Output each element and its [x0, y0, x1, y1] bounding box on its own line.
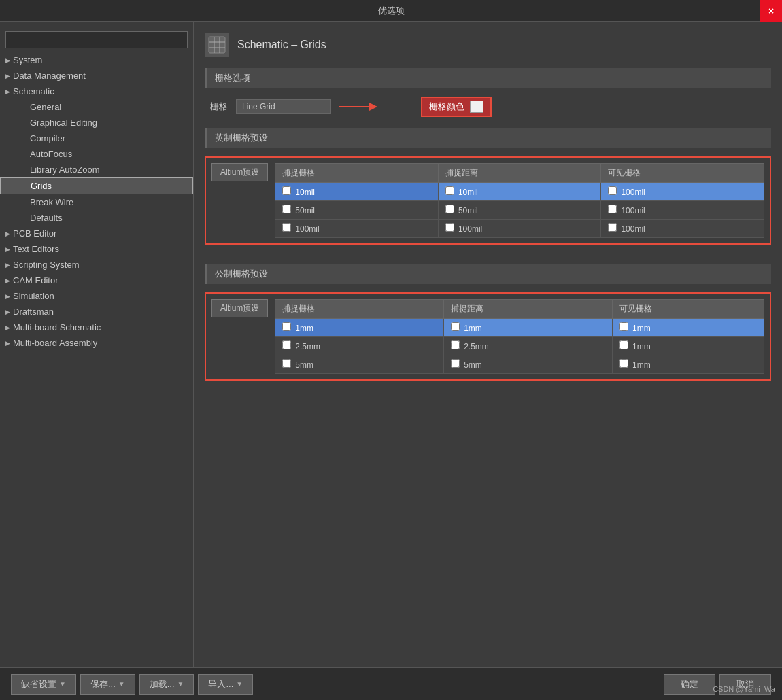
watermark: CSDN @Yami_Wa [713, 685, 775, 693]
metric-cell-2-visible: 1mm [632, 360, 651, 370]
sidebar-item-general[interactable]: General [0, 99, 193, 115]
bottom-bar: 缺省设置 ▼ 保存... ▼ 加载... ▼ 导入... ▼ 确定 取消 [0, 667, 782, 700]
sidebar-item-label-simulation: Simulation [13, 291, 54, 301]
sidebar-item-defaults[interactable]: Defaults [0, 210, 193, 226]
imperial-presets: Altium预设 捕捉栅格 捕捉距离 可见栅格 10mil10mil100mil… [205, 156, 771, 245]
sidebar-item-label-pcb-editor: PCB Editor [13, 228, 56, 239]
metric-presets: Altium预设 捕捉栅格 捕捉距离 可见栅格 1mm1mm1mm2.5mm2.… [205, 292, 771, 381]
sidebar-item-library-autozoom[interactable]: Library AutoZoom [0, 162, 193, 177]
svg-rect-0 [209, 37, 225, 53]
imperial-checkbox-2-snap[interactable] [282, 223, 291, 232]
sidebar-item-schematic[interactable]: ▶Schematic [0, 84, 193, 99]
sidebar-item-pcb-editor[interactable]: ▶PCB Editor [0, 226, 193, 241]
panel-title: Schematic – Grids [237, 39, 326, 51]
sidebar-item-text-editors[interactable]: ▶Text Editors [0, 241, 193, 257]
metric-grid-table: 捕捉栅格 捕捉距离 可见栅格 1mm1mm1mm2.5mm2.5mm1mm5mm… [275, 299, 764, 374]
imperial-cell-0-visible: 100mil [621, 188, 645, 197]
metric-cell-2-distance: 5mm [464, 360, 482, 370]
color-swatch [470, 101, 483, 113]
sidebar: ▶System▶Data Management▶SchematicGeneral… [0, 22, 194, 667]
default-settings-arrow-icon: ▼ [59, 680, 66, 688]
metric-checkbox-2-snap[interactable] [282, 359, 291, 368]
sidebar-item-data-management[interactable]: ▶Data Management [0, 68, 193, 84]
sidebar-item-label-multi-board-schematic: Multi-board Schematic [13, 322, 101, 332]
import-arrow-icon: ▼ [236, 680, 243, 688]
metric-altium-preset-button[interactable]: Altium预设 [211, 299, 268, 317]
metric-checkbox-0-snap[interactable] [282, 322, 291, 331]
window-title: 优选项 [378, 5, 405, 17]
sidebar-item-label-compiler: Compiler [30, 133, 65, 143]
sidebar-item-label-data-management: Data Management [13, 71, 86, 81]
sidebar-item-grids[interactable]: Grids [0, 177, 193, 194]
grid-color-button[interactable]: 栅格颜色 [421, 97, 492, 117]
sidebar-item-label-draftsman: Draftsman [13, 307, 54, 317]
imperial-checkbox-0-visible[interactable] [608, 186, 617, 195]
imperial-checkbox-1-snap[interactable] [282, 205, 291, 213]
load-arrow-icon: ▼ [177, 680, 184, 688]
sidebar-item-cam-editor[interactable]: ▶CAM Editor [0, 273, 193, 288]
search-input[interactable] [5, 31, 188, 48]
imperial-checkbox-0-distance[interactable] [445, 186, 454, 195]
metric-checkbox-2-distance[interactable] [451, 359, 460, 368]
imperial-altium-preset-button[interactable]: Altium预设 [211, 163, 268, 181]
imperial-cell-1-visible: 100mil [621, 206, 645, 215]
expand-arrow-icon: ▶ [5, 88, 10, 95]
sidebar-item-autofocus[interactable]: AutoFocus [0, 146, 193, 162]
imperial-grid-table: 捕捉栅格 捕捉距离 可见栅格 10mil10mil100mil50mil50mi… [275, 163, 764, 238]
sidebar-item-multi-board-schematic[interactable]: ▶Multi-board Schematic [0, 319, 193, 335]
import-button[interactable]: 导入... ▼ [198, 674, 253, 695]
sidebar-item-system[interactable]: ▶System [0, 52, 193, 68]
sidebar-item-label-grids: Grids [31, 181, 52, 191]
metric-cell-0-visible: 1mm [632, 323, 651, 333]
grid-type-select[interactable]: Line Grid [236, 99, 331, 114]
main-panel: Schematic – Grids 栅格选项 栅格 Line Grid [194, 22, 782, 667]
metric-cell-0-distance: 1mm [464, 323, 482, 333]
metric-checkbox-0-distance[interactable] [451, 322, 460, 331]
metric-checkbox-1-visible[interactable] [619, 340, 628, 349]
metric-checkbox-2-visible[interactable] [619, 359, 628, 368]
save-button[interactable]: 保存... ▼ [80, 674, 135, 695]
sidebar-item-label-general: General [30, 102, 61, 112]
default-settings-button[interactable]: 缺省设置 ▼ [11, 674, 76, 695]
sidebar-item-label-graphical-editing: Graphical Editing [30, 118, 97, 128]
expand-arrow-icon: ▶ [5, 340, 10, 347]
sidebar-item-draftsman[interactable]: ▶Draftsman [0, 304, 193, 319]
load-button[interactable]: 加载... ▼ [139, 674, 194, 695]
grid-label: 栅格 [210, 101, 228, 113]
search-container [0, 27, 193, 52]
sidebar-item-label-scripting-system: Scripting System [13, 260, 80, 270]
sidebar-item-label-autofocus: AutoFocus [30, 149, 72, 159]
imperial-checkbox-1-visible[interactable] [608, 205, 617, 213]
metric-checkbox-1-snap[interactable] [282, 340, 291, 349]
metric-checkbox-0-visible[interactable] [619, 322, 628, 331]
expand-arrow-icon: ▶ [5, 73, 10, 80]
imperial-cell-0-distance: 10mil [458, 188, 478, 197]
sidebar-item-scripting-system[interactable]: ▶Scripting System [0, 257, 193, 273]
metric-section-header: 公制栅格预设 [205, 264, 771, 284]
imperial-checkbox-2-distance[interactable] [445, 223, 454, 232]
expand-arrow-icon: ▶ [5, 57, 10, 64]
expand-arrow-icon: ▶ [5, 309, 10, 315]
imperial-checkbox-1-distance[interactable] [445, 205, 454, 213]
sidebar-item-multi-board-assembly[interactable]: ▶Multi-board Assembly [0, 335, 193, 351]
sidebar-item-label-break-wire: Break Wire [30, 197, 73, 207]
metric-checkbox-1-distance[interactable] [451, 340, 460, 349]
expand-arrow-icon: ▶ [5, 277, 10, 284]
sidebar-item-break-wire[interactable]: Break Wire [0, 194, 193, 210]
imperial-cell-2-distance: 100mil [458, 224, 482, 234]
metric-cell-0-snap: 1mm [295, 323, 313, 333]
confirm-button[interactable]: 确定 [664, 674, 715, 695]
sidebar-item-graphical-editing[interactable]: Graphical Editing [0, 115, 193, 130]
close-button[interactable]: × [760, 0, 782, 22]
imperial-cell-2-snap: 100mil [295, 224, 319, 234]
imperial-checkbox-0-snap[interactable] [282, 186, 291, 195]
sidebar-item-label-multi-board-assembly: Multi-board Assembly [13, 338, 97, 348]
imperial-cell-0-snap: 10mil [295, 188, 315, 197]
expand-arrow-icon: ▶ [5, 293, 10, 300]
imperial-checkbox-2-visible[interactable] [608, 223, 617, 232]
sidebar-item-label-cam-editor: CAM Editor [13, 275, 58, 285]
metric-cell-1-visible: 1mm [632, 342, 651, 351]
sidebar-item-simulation[interactable]: ▶Simulation [0, 288, 193, 304]
sidebar-item-label-text-editors: Text Editors [13, 244, 59, 254]
sidebar-item-compiler[interactable]: Compiler [0, 130, 193, 146]
